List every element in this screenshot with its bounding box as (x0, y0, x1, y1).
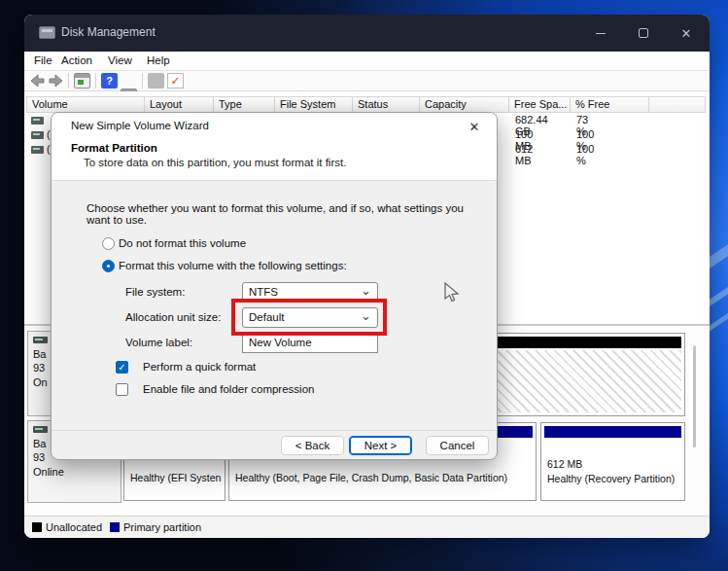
disk-tool-icon[interactable] (148, 73, 164, 89)
disk1-status: Online (33, 466, 64, 478)
col-percent-free[interactable]: % Free (571, 96, 649, 113)
disk0-type: Ba (33, 348, 46, 360)
wizard-subheading: To store data on this partition, you mus… (84, 157, 346, 168)
wizard-title: New Simple Volume Wizard (71, 120, 209, 131)
primary-partition-swatch (110, 522, 120, 532)
wizard-intro-text: Choose whether you want to format this v… (87, 202, 475, 226)
file-system-value: NTFS (249, 286, 278, 298)
mouse-cursor (442, 282, 462, 303)
file-system-label: File system: (125, 286, 185, 298)
check-icon: ✓ (118, 362, 125, 373)
radio-do-not-format-label: Do not format this volume (119, 237, 246, 249)
close-icon: ✕ (469, 120, 480, 134)
console-tree-icon[interactable] (74, 73, 90, 89)
col-blank (649, 96, 706, 113)
col-status[interactable]: Status (353, 96, 420, 113)
maximize-button[interactable] (622, 15, 665, 52)
list-header-row: Volume Layout Type File System Status Ca… (26, 96, 706, 113)
legend-unallocated-label: Unallocated (46, 521, 102, 533)
back-button[interactable]: < Back (281, 436, 344, 455)
quick-format-checkbox[interactable]: ✓ (116, 361, 128, 374)
disk1-type: Ba (33, 438, 46, 449)
menu-bar: File Action View Help (24, 52, 710, 71)
wizard-header: New Simple Volume Wizard ✕ Format Partit… (52, 113, 497, 181)
close-icon: ✕ (681, 26, 692, 41)
compression-label: Enable file and folder compression (143, 383, 314, 395)
cancel-button[interactable]: Cancel (426, 436, 489, 455)
toolbar-separator (95, 73, 96, 89)
volume-icon (31, 117, 44, 125)
maximize-icon (639, 28, 648, 38)
help-icon[interactable]: ? (101, 73, 118, 89)
next-button[interactable]: Next > (349, 436, 412, 455)
minimize-button[interactable] (579, 15, 622, 52)
disk-icon (33, 426, 48, 433)
red-highlight-box (231, 299, 387, 336)
col-type[interactable]: Type (214, 96, 275, 113)
volume-icon (31, 146, 44, 154)
percent-free-value: 100 % (576, 143, 594, 166)
unallocated-swatch (32, 522, 42, 532)
radio-format-volume-label: Format this volume with the following se… (119, 260, 347, 271)
wizard-heading: Format Partition (71, 142, 157, 154)
disk-icon (33, 337, 48, 343)
check-disk-icon[interactable]: ✓ (167, 73, 184, 89)
menu-view[interactable]: View (108, 54, 132, 66)
new-simple-volume-wizard: New Simple Volume Wizard ✕ Format Partit… (51, 112, 498, 460)
disk0-status: On (33, 376, 48, 388)
wizard-body: Choose whether you want to format this v… (52, 181, 497, 432)
recovery-partition[interactable]: 612 MB Healthy (Recovery Partition) (540, 422, 685, 501)
radio-format-volume[interactable] (102, 260, 115, 272)
legend-bar: Unallocated Primary partition (24, 516, 710, 538)
disk1-size: 93 (33, 451, 45, 463)
disk0-size: 93 (33, 362, 45, 374)
col-file-system[interactable]: File System (275, 96, 353, 113)
free-space-value: 612 MB (515, 143, 533, 166)
menu-file[interactable]: File (34, 54, 52, 66)
menu-action[interactable]: Action (61, 54, 92, 66)
legend-primary-label: Primary partition (123, 521, 201, 533)
chevron-down-icon: ⌄ (361, 283, 371, 298)
back-icon[interactable] (29, 73, 46, 89)
partition-size: 612 MB (547, 458, 582, 470)
forward-icon[interactable] (48, 73, 64, 89)
primary-partition-cap (544, 426, 681, 438)
wizard-close-button[interactable]: ✕ (464, 117, 485, 136)
quick-format-label: Perform a quick format (143, 361, 256, 373)
window-title: Disk Management (61, 25, 156, 39)
allocation-unit-label: Allocation unit size: (125, 311, 221, 323)
volume-label-value: New Volume (249, 337, 312, 348)
col-volume[interactable]: Volume (26, 96, 145, 113)
partition-status: Healthy (Boot, Page File, Crash Dump, Ba… (235, 472, 507, 483)
title-bar[interactable]: Disk Management ✕ (24, 15, 710, 52)
check-glyph: ✓ (170, 74, 180, 88)
volume-icon (31, 131, 44, 139)
col-capacity[interactable]: Capacity (420, 96, 509, 113)
toolbar: ? ✓ (24, 71, 710, 91)
wizard-footer: < Back Next > Cancel (52, 430, 497, 459)
col-free-space[interactable]: Free Spa... (509, 96, 571, 113)
toolbar-separator (68, 73, 69, 89)
minimize-icon (596, 33, 606, 34)
col-layout[interactable]: Layout (145, 96, 214, 113)
volume-label-label: Volume label: (125, 337, 192, 348)
radio-do-not-format[interactable] (102, 237, 115, 250)
partition-status: Healthy (EFI Systen (130, 472, 221, 483)
toolbar-separator (142, 73, 143, 89)
menu-help[interactable]: Help (147, 54, 170, 66)
volume-label-input[interactable]: New Volume (242, 333, 378, 353)
help-glyph: ? (106, 75, 113, 87)
compression-checkbox[interactable] (116, 383, 128, 396)
close-button[interactable]: ✕ (665, 15, 708, 52)
partition-status: Healthy (Recovery Partition) (547, 473, 675, 484)
disk-view-scrollbar[interactable] (693, 345, 696, 447)
disk-management-app-icon (39, 26, 55, 39)
